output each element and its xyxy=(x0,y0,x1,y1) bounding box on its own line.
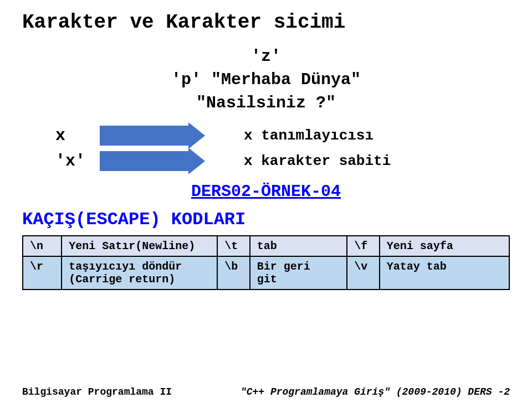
table-row: \n Yeni Satır(Newline) \t tab \f Yeni sa… xyxy=(23,236,509,256)
cell-desc-4: Bir gerigit xyxy=(250,256,347,290)
page-container: Karakter ve Karakter sicimi 'z' 'p' "Mer… xyxy=(0,0,532,403)
arrow-label-1: x xyxy=(55,126,89,145)
intro-line2: 'p' "Merhaba Dünya" xyxy=(171,68,361,91)
arrow-graphic-2 xyxy=(100,151,211,171)
escape-table: \n Yeni Satır(Newline) \t tab \f Yeni sa… xyxy=(22,235,510,290)
intro-line1: 'z' xyxy=(251,45,281,68)
table-row: \r taşıyıcıyı döndür(Carrige return) \b … xyxy=(23,256,509,290)
intro-section: 'z' 'p' "Merhaba Dünya" "Nasilsiniz ?" xyxy=(22,45,510,115)
cell-escape-6: \v xyxy=(347,256,380,290)
page-title: Karakter ve Karakter sicimi xyxy=(22,11,510,34)
example-link[interactable]: DERS02-ÖRNEK-04 xyxy=(22,182,510,201)
cell-desc-6: Yatay tab xyxy=(380,256,509,290)
cell-desc-3: tab xyxy=(250,236,347,256)
intro-line3: "Nasilsiniz ?" xyxy=(196,91,336,115)
arrow-body-2 xyxy=(100,151,188,171)
escape-title: KAÇIŞ(ESCAPE) KODLARI xyxy=(22,209,510,230)
cell-desc-2: taşıyıcıyı döndür(Carrige return) xyxy=(62,256,217,290)
cell-escape-5: \f xyxy=(347,236,380,256)
arrow-row-2: 'x' x karakter sabiti xyxy=(55,151,510,171)
cell-escape-2: \r xyxy=(23,256,62,290)
footer-right: "C++ Programlamaya Giriş" (2009-2010) DE… xyxy=(241,386,510,397)
arrow-body-1 xyxy=(100,126,188,146)
arrow-desc-1: x tanımlayıcısı xyxy=(244,127,374,144)
arrow-section: x x tanımlayıcısı 'x' x karakter sabiti xyxy=(55,126,510,171)
footer: Bilgisayar Programlama II "C++ Programla… xyxy=(0,386,532,397)
cell-escape-3: \t xyxy=(217,236,250,256)
arrow-graphic-1 xyxy=(100,126,211,146)
cell-escape-4: \b xyxy=(217,256,250,290)
cell-escape-1: \n xyxy=(23,236,62,256)
arrow-label-2: 'x' xyxy=(55,152,89,170)
cell-desc-1: Yeni Satır(Newline) xyxy=(62,236,217,256)
arrow-desc-2: x karakter sabiti xyxy=(244,153,391,169)
arrow-row-1: x x tanımlayıcısı xyxy=(55,126,510,146)
cell-desc-5: Yeni sayfa xyxy=(380,236,509,256)
footer-left: Bilgisayar Programlama II xyxy=(22,386,172,397)
